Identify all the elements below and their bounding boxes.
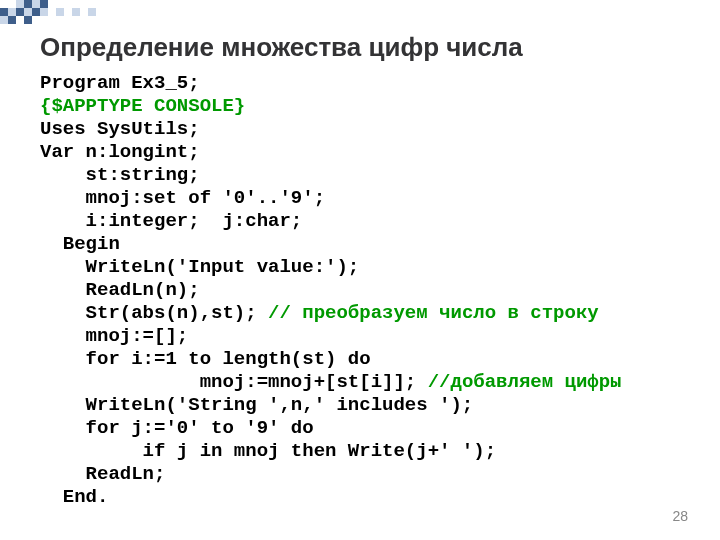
- code-line: st:string;: [40, 164, 200, 186]
- page-number: 28: [672, 508, 688, 524]
- slide-title: Определение множества цифр числа: [40, 32, 523, 63]
- code-line: Begin: [40, 233, 120, 255]
- svg-rect-3: [40, 0, 48, 8]
- code-line: Var n:longint;: [40, 141, 200, 163]
- svg-rect-2: [32, 0, 40, 8]
- code-line: ReadLn(n);: [40, 279, 200, 301]
- code-line: mnoj:=[];: [40, 325, 188, 347]
- code-block: Program Ex3_5; {$APPTYPE CONSOLE} Uses S…: [40, 72, 622, 509]
- code-line: WriteLn('String ',n,' includes ');: [40, 394, 473, 416]
- svg-rect-5: [8, 8, 16, 16]
- svg-rect-1: [24, 0, 32, 8]
- svg-rect-13: [0, 16, 8, 24]
- code-line: mnoj:=mnoj+[st[i]];: [40, 371, 428, 393]
- corner-decoration: [0, 0, 96, 30]
- code-line: Program Ex3_5;: [40, 72, 200, 94]
- svg-rect-9: [40, 8, 48, 16]
- svg-rect-15: [24, 16, 32, 24]
- code-line: if j in mnoj then Write(j+' ');: [40, 440, 496, 462]
- code-line: End.: [40, 486, 108, 508]
- svg-rect-11: [72, 8, 80, 16]
- code-comment: //добавляем цифры: [428, 371, 622, 393]
- svg-rect-12: [88, 8, 96, 16]
- code-line: i:integer; j:char;: [40, 210, 302, 232]
- svg-rect-6: [16, 8, 24, 16]
- code-line: for i:=1 to length(st) do: [40, 348, 371, 370]
- svg-rect-0: [16, 0, 24, 8]
- svg-rect-8: [32, 8, 40, 16]
- code-line: Uses SysUtils;: [40, 118, 200, 140]
- code-comment: // преобразуем число в строку: [268, 302, 599, 324]
- svg-rect-14: [8, 16, 16, 24]
- code-line: mnoj:set of '0'..'9';: [40, 187, 325, 209]
- code-line: for j:='0' to '9' do: [40, 417, 314, 439]
- code-line: ReadLn;: [40, 463, 165, 485]
- svg-rect-4: [0, 8, 8, 16]
- code-line: WriteLn('Input value:');: [40, 256, 359, 278]
- code-line: Str(abs(n),st);: [40, 302, 268, 324]
- slide: Определение множества цифр числа Program…: [0, 0, 720, 540]
- svg-rect-10: [56, 8, 64, 16]
- code-line-directive: {$APPTYPE CONSOLE}: [40, 95, 245, 117]
- svg-rect-7: [24, 8, 32, 16]
